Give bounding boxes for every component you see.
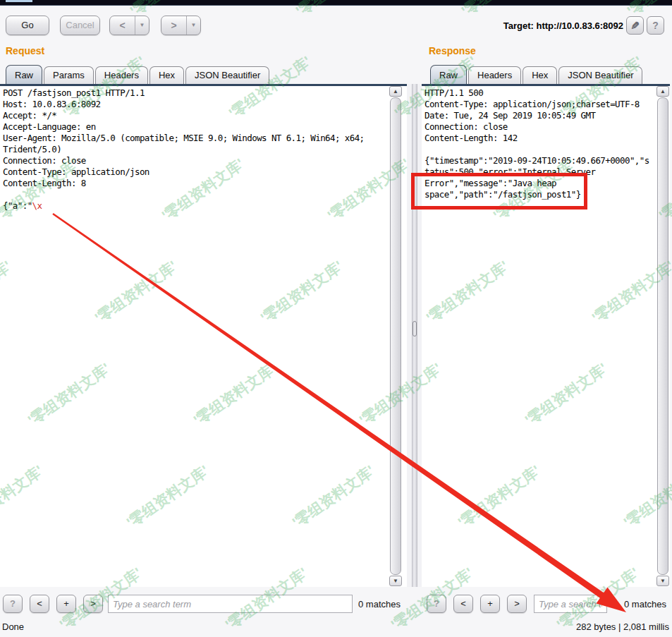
help-button[interactable]: ? (647, 16, 664, 35)
status-message: Done (2, 621, 24, 632)
response-search-next-button[interactable]: > (507, 595, 527, 613)
request-tab-headers[interactable]: Headers (95, 66, 148, 84)
request-section-title: Request (6, 45, 44, 56)
response-search-matches: 0 matches (624, 599, 666, 609)
edit-target-button[interactable]: ✎ (626, 16, 644, 35)
request-search-matches: 0 matches (358, 599, 401, 609)
request-raw-text[interactable]: POST /fastjson_post1 HTTP/1.1 Host: 10.0… (3, 87, 390, 212)
pencil-icon: ✎ (626, 21, 643, 30)
response-search-help-button[interactable]: ? (427, 595, 446, 613)
response-raw-viewer[interactable]: HTTP/1.1 500 Content-Type: application/j… (422, 84, 670, 587)
response-search-prev-button[interactable]: < (453, 595, 473, 613)
response-tab-headers[interactable]: Headers (468, 66, 521, 84)
response-scrollbar[interactable]: ▲ ▼ (656, 86, 669, 586)
request-tab-json-beautifier[interactable]: JSON Beautifier (185, 66, 269, 84)
request-tab-params[interactable]: Params (44, 66, 94, 84)
request-search-help-button[interactable]: ? (3, 595, 23, 613)
response-headers-text: HTTP/1.1 500 Content-Type: application/j… (424, 87, 640, 143)
next-request-dropdown-icon[interactable]: ▼ (186, 16, 200, 35)
request-tab-bar: Raw Params Headers Hex JSON Beautifier (6, 65, 269, 84)
response-tab-bar: Raw Headers Hex JSON Beautifier (430, 65, 642, 84)
request-search-input[interactable] (108, 595, 353, 613)
response-tab-hex[interactable]: Hex (523, 66, 557, 84)
scroll-down-icon[interactable]: ▼ (389, 576, 402, 586)
next-request-split-button[interactable]: > ▼ (161, 16, 201, 35)
response-search-input[interactable] (534, 595, 607, 613)
prev-request-icon[interactable]: < (110, 16, 135, 35)
request-body-text: {"a":" (3, 200, 32, 211)
request-search-prev-button[interactable]: < (30, 595, 49, 613)
cancel-button[interactable]: Cancel (60, 16, 100, 35)
panel-splitter[interactable] (407, 84, 422, 587)
response-size-time: 282 bytes | 2,081 millis (576, 621, 669, 632)
prev-request-split-button[interactable]: < ▼ (109, 16, 149, 35)
window-edge-strip (0, 0, 672, 6)
response-tab-raw[interactable]: Raw (430, 65, 467, 84)
target-url-label: Target: http://10.0.83.6:8092 (503, 20, 623, 31)
next-request-icon[interactable]: > (161, 16, 186, 35)
splitter-handle[interactable] (413, 321, 417, 336)
request-tab-hex[interactable]: Hex (149, 66, 184, 84)
request-body-escape-text: \x (32, 200, 42, 211)
scroll-up-icon[interactable]: ▲ (389, 86, 402, 97)
prev-request-dropdown-icon[interactable]: ▼ (135, 16, 149, 35)
scroll-up-icon[interactable]: ▲ (656, 86, 669, 97)
request-search-next-button[interactable]: > (83, 595, 103, 613)
annotation-highlight-box (411, 173, 587, 210)
request-raw-editor[interactable]: POST /fastjson_post1 HTTP/1.1 Host: 10.0… (0, 84, 407, 587)
response-tab-json-beautifier[interactable]: JSON Beautifier (558, 66, 642, 84)
request-scrollbar[interactable]: ▲ ▼ (389, 86, 402, 586)
response-search-case-button[interactable]: + (480, 595, 500, 613)
scrollbar-thumb[interactable] (390, 97, 401, 575)
go-button[interactable]: Go (6, 16, 49, 35)
scrollbar-thumb[interactable] (657, 97, 668, 575)
request-search-case-button[interactable]: + (56, 595, 76, 613)
request-tab-raw[interactable]: Raw (6, 65, 42, 84)
scroll-down-icon[interactable]: ▼ (656, 576, 669, 586)
window-edge-highlight (6, 0, 32, 2)
response-section-title: Response (429, 45, 476, 56)
request-headers-text: POST /fastjson_post1 HTTP/1.1 Host: 10.0… (3, 87, 365, 188)
